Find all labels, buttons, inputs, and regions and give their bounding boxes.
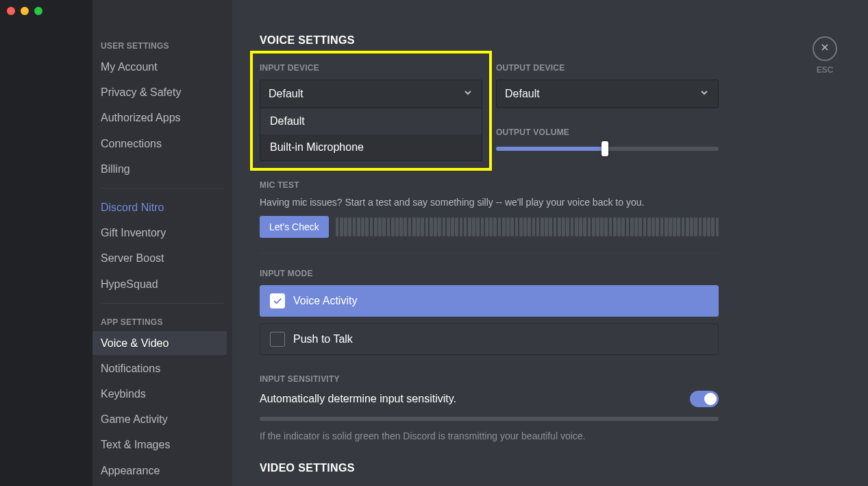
mic-bar [626, 217, 630, 236]
mic-bar [361, 217, 364, 236]
sidebar-item-authorized-apps[interactable]: Authorized Apps [92, 106, 227, 130]
sidebar-item-keybinds[interactable]: Keybinds [92, 382, 227, 406]
output-device-label: OUTPUT DEVICE [496, 63, 719, 73]
input-sensitivity-label: INPUT SENSITIVITY [260, 374, 719, 384]
mic-bar [665, 217, 668, 236]
mic-bar [716, 217, 719, 236]
slider-thumb[interactable] [602, 141, 608, 156]
input-device-highlight: INPUT DEVICE Default Default Built-in Mi… [251, 52, 491, 169]
sidebar-item-server-boost[interactable]: Server Boost [92, 246, 227, 270]
mic-bar [596, 217, 599, 236]
mic-bar [686, 217, 689, 236]
sensitivity-meter [260, 417, 719, 421]
mic-bar [677, 217, 680, 236]
sidebar-item-my-account[interactable]: My Account [92, 55, 227, 79]
settings-sidebar: USER SETTINGS My Account Privacy & Safet… [92, 0, 232, 486]
mic-bar [571, 217, 574, 236]
dropdown-option-default[interactable]: Default [260, 108, 482, 134]
sidebar-item-billing[interactable]: Billing [92, 157, 227, 181]
mic-bar [609, 217, 612, 236]
sidebar-item-gift-inventory[interactable]: Gift Inventory [92, 221, 227, 245]
mic-bar [336, 217, 339, 236]
minimize-window-icon[interactable] [21, 7, 29, 15]
mic-bar [711, 217, 715, 236]
output-device-select[interactable]: Default [496, 80, 719, 108]
mic-bar [395, 217, 399, 236]
mic-bar [566, 217, 569, 236]
input-device-dropdown: Default Built-in Microphone [260, 108, 482, 161]
mic-bar [523, 217, 527, 236]
mic-test-button[interactable]: Let's Check [260, 216, 329, 238]
dropdown-option-builtin-mic[interactable]: Built-in Microphone [260, 134, 482, 160]
input-device-select[interactable]: Default [260, 80, 482, 108]
sidebar-item-hypesquad[interactable]: HypeSquad [92, 272, 227, 296]
sidebar-item-game-activity[interactable]: Game Activity [92, 407, 227, 431]
window-traffic-lights[interactable] [7, 7, 42, 15]
mic-bar [528, 217, 531, 236]
sidebar-item-nitro[interactable]: Discord Nitro [92, 195, 227, 219]
mic-test-label: MIC TEST [260, 180, 719, 190]
mic-bar [353, 217, 356, 236]
mic-bar [468, 217, 471, 236]
input-mode-voice-activity[interactable]: Voice Activity [260, 285, 719, 317]
maximize-window-icon[interactable] [34, 7, 42, 15]
mic-bar [434, 217, 437, 236]
mic-bar [378, 217, 382, 236]
mic-bar [451, 217, 454, 236]
close-window-icon[interactable] [7, 7, 15, 15]
mic-bar [476, 217, 480, 236]
mic-bar [554, 217, 557, 236]
mic-bar [472, 217, 475, 236]
mic-bar [613, 217, 617, 236]
mic-bar [417, 217, 420, 236]
auto-sensitivity-toggle[interactable] [690, 391, 719, 407]
chevron-down-icon [699, 87, 710, 101]
mic-bar [583, 217, 586, 236]
input-device-label: INPUT DEVICE [260, 63, 482, 73]
mic-bar [643, 217, 647, 236]
mic-bar [408, 217, 412, 236]
mic-bar [447, 217, 450, 236]
mic-bar [340, 217, 343, 236]
mode-label: Push to Talk [293, 333, 353, 345]
mic-bar [489, 217, 493, 236]
mic-bar [682, 217, 685, 236]
input-device-value: Default [269, 88, 303, 100]
mic-bar [630, 217, 634, 236]
sidebar-item-text-images[interactable]: Text & Images [92, 433, 227, 457]
sidebar-header-user: USER SETTINGS [92, 34, 232, 55]
mic-bar [404, 217, 407, 236]
mic-bar [374, 217, 377, 236]
checkbox-icon [270, 332, 285, 347]
mic-bar [703, 217, 706, 236]
video-settings-title: VIDEO SETTINGS [260, 462, 719, 474]
mic-bar [515, 217, 519, 236]
input-mode-push-to-talk[interactable]: Push to Talk [260, 324, 719, 355]
sidebar-item-notifications[interactable]: Notifications [92, 356, 227, 380]
mic-bar [348, 217, 351, 236]
mode-label: Voice Activity [293, 295, 357, 307]
mic-bar [545, 217, 548, 236]
mic-bar [634, 217, 638, 236]
left-gutter [0, 0, 92, 486]
input-mode-label: INPUT MODE [260, 269, 719, 278]
sidebar-item-connections[interactable]: Connections [92, 132, 227, 156]
mic-bar [592, 217, 595, 236]
mic-bar [421, 217, 424, 236]
mic-bar [506, 217, 510, 236]
mic-bar [660, 217, 664, 236]
mic-bar [656, 217, 659, 236]
mic-level-meter [336, 217, 719, 236]
sidebar-item-voice-video[interactable]: Voice & Video [92, 331, 227, 355]
auto-sensitivity-text: Automatically determine input sensitivit… [260, 393, 456, 405]
output-volume-slider[interactable] [496, 147, 719, 151]
sidebar-item-privacy[interactable]: Privacy & Safety [92, 80, 227, 104]
mic-bar [694, 217, 697, 236]
mic-bar [464, 217, 467, 236]
mic-bar [382, 217, 386, 236]
mic-bar [412, 217, 416, 236]
mic-bar [600, 217, 604, 236]
sidebar-item-appearance[interactable]: Appearance [92, 459, 227, 483]
close-settings-button[interactable] [813, 36, 837, 61]
mic-bar [481, 217, 484, 236]
